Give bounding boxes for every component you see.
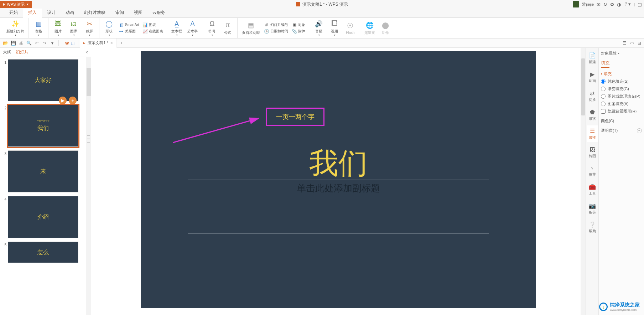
fill-solid-option[interactable]: 纯色填充(S)	[601, 79, 642, 84]
qat-right-window-icon[interactable]: ▭	[630, 41, 634, 46]
outline-tab[interactable]: 大纲	[3, 49, 11, 55]
canvas-scroll-handle[interactable]	[581, 58, 585, 115]
fill-solid-radio[interactable]	[601, 79, 606, 84]
slide-thumbnail-4[interactable]: 介绍	[8, 196, 78, 238]
slide-thumbnail-1[interactable]: 大家好 ▶ ＋	[8, 59, 78, 101]
qat-right-list-icon[interactable]: ☰	[623, 41, 627, 46]
rsb-tools[interactable]: 🧰工具	[587, 181, 598, 198]
user-avatar[interactable]	[573, 1, 579, 7]
fill-pattern-option[interactable]: 图案填充(A)	[601, 101, 642, 107]
props-title-dropdown-icon[interactable]: ▾	[618, 52, 619, 55]
slide-title-text[interactable]: 我们	[309, 144, 368, 183]
symbol-button[interactable]: Ω符号▾	[205, 19, 219, 37]
qat-undo-icon[interactable]: ↶	[33, 40, 40, 46]
menu-tab-cloud[interactable]: 云服务	[147, 8, 170, 17]
rsb-help[interactable]: ❔帮助	[587, 219, 598, 236]
message-icon[interactable]: ✉	[597, 2, 601, 7]
fill-picture-radio[interactable]	[601, 94, 606, 99]
slide-canvas[interactable]: 一页一两个字 我们 单击此处添加副标题	[141, 51, 536, 308]
menu-tab-design[interactable]: 设计	[42, 8, 61, 17]
audio-button[interactable]: 🔊音频▾	[312, 19, 326, 37]
canvas-scrollbar[interactable]	[581, 48, 586, 315]
slide-thumbnail-3[interactable]: 来	[8, 150, 78, 192]
slide-panel-close-icon[interactable]: ×	[85, 50, 88, 55]
props-fill-tab[interactable]: 填充	[601, 60, 609, 68]
maximize-icon[interactable]: ▢	[638, 2, 642, 7]
datetime-button[interactable]: 🕒日期和时间	[263, 29, 289, 34]
fill-gradient-radio[interactable]	[601, 87, 606, 91]
chart-button[interactable]: 📊图表	[142, 22, 164, 28]
menu-tab-review[interactable]: 审阅	[110, 8, 129, 17]
qat-more-icon[interactable]: ▾	[49, 40, 56, 46]
equation-button[interactable]: π公式	[221, 20, 234, 36]
skin-icon[interactable]: ◑	[617, 2, 621, 7]
doc-tab-close-icon[interactable]: ×	[110, 41, 113, 46]
menu-tab-start[interactable]: 开始	[4, 8, 23, 17]
qat-redo-icon[interactable]: ↷	[41, 40, 48, 46]
fill-gradient-option[interactable]: 渐变填充(G)	[601, 86, 642, 92]
help-dropdown-icon[interactable]: ？▾	[624, 1, 631, 7]
online-chart-button[interactable]: 📈在线图表	[142, 29, 164, 34]
menu-tab-animation[interactable]: 动画	[61, 8, 79, 17]
video-button[interactable]: 🎞视频▾	[328, 19, 341, 37]
action-button[interactable]: ⬤动作	[379, 20, 392, 36]
menu-tab-slideshow[interactable]: 幻灯片放映	[79, 8, 110, 17]
slides-tab[interactable]: 幻灯片	[16, 49, 28, 55]
wps-home-tab[interactable]: W⬚	[62, 38, 78, 48]
new-tab-button[interactable]: ＋	[118, 40, 125, 46]
rsb-upload[interactable]: 🖼传图	[587, 144, 598, 161]
hyperlink-button[interactable]: 🌐超链接	[363, 20, 376, 36]
rsb-properties[interactable]: ☰属性	[587, 125, 598, 142]
rsb-new[interactable]: 📄新建	[587, 50, 598, 67]
rsb-backup[interactable]: 📷备份	[587, 200, 598, 217]
screenshot-button[interactable]: ✂截屏▾	[83, 19, 96, 37]
slide-thumbnail-2[interactable]: 一页一两个字 我们	[8, 105, 78, 147]
flash-button[interactable]: ⦿Flash	[343, 21, 357, 35]
thumb-play-button[interactable]: ▶	[59, 97, 67, 104]
attachment-button[interactable]: 📎附件	[291, 29, 306, 34]
qat-save-icon[interactable]: 💾	[10, 40, 16, 46]
thumb-add-button[interactable]: ＋	[69, 97, 77, 104]
relation-button[interactable]: ⊶关系图	[118, 29, 140, 34]
sync-icon[interactable]: ↻	[603, 2, 607, 7]
settings-icon[interactable]: ✿	[610, 2, 614, 7]
slide-number-button[interactable]: #幻灯片编号	[263, 22, 289, 28]
rsb-animation[interactable]: ▶动画	[587, 69, 598, 86]
rsb-shape[interactable]: ⬟形状	[587, 107, 598, 123]
menu-tab-insert[interactable]: 插入	[23, 7, 42, 18]
subtitle-placeholder-box[interactable]: 单击此处添加副标题	[188, 180, 489, 234]
flash-label: Flash	[346, 31, 354, 35]
slide-thumbnail-5[interactable]: 怎么	[8, 242, 78, 263]
qat-open-icon[interactable]: 📂	[2, 40, 9, 46]
header-footer-button[interactable]: ▤页眉和页脚	[240, 20, 261, 36]
fill-pattern-radio[interactable]	[601, 102, 606, 106]
qat-print-icon[interactable]: 🖨	[18, 40, 24, 46]
fill-hidebg-checkbox[interactable]	[601, 109, 606, 114]
props-fill-section-head[interactable]: ▾ 填充	[601, 71, 642, 77]
app-logo[interactable]: P WPS 演示 ▼	[0, 1, 32, 8]
gallery-button[interactable]: 🗂图库▾	[67, 19, 80, 37]
textbox-button[interactable]: A̲文本框▾	[170, 19, 183, 37]
shapes-button[interactable]: ◯形状▾	[102, 19, 116, 37]
object-button[interactable]: ▣对象	[291, 22, 306, 28]
wordart-button[interactable]: A艺术字▾	[186, 19, 199, 37]
table-button[interactable]: ▦表格▾	[32, 19, 45, 37]
qat-right-close-icon[interactable]: ⊟	[638, 41, 641, 46]
rsb-recommend[interactable]: ♀推荐	[587, 163, 598, 179]
thumbnail-list[interactable]: 1 大家好 ▶ ＋ 2 一页一两个字 我们 3 来	[0, 57, 91, 315]
qat-preview-icon[interactable]: 🔍	[26, 40, 32, 46]
user-name[interactable]: 雅jiejie	[582, 2, 594, 7]
rsb-transition[interactable]: ⇄切换	[587, 88, 598, 104]
picture-button[interactable]: 🖼图片▾	[51, 19, 65, 37]
smartart-button[interactable]: ◧SmartArt	[118, 22, 140, 28]
opacity-decrease-button[interactable]: −	[637, 128, 642, 133]
menu-tab-view[interactable]: 视图	[129, 8, 147, 17]
thumb-scrollbar[interactable]	[86, 57, 91, 315]
fill-hidebg-option[interactable]: 隐藏背景图形(H)	[601, 109, 642, 114]
properties-icon: ☰	[590, 128, 595, 134]
new-slide-button[interactable]: ✨ 新建幻灯片▾	[5, 19, 26, 37]
thumb-scroll-handle[interactable]	[87, 68, 91, 96]
document-tab[interactable]: ▸ 演示文稿1 * ×	[80, 38, 116, 48]
fill-picture-option[interactable]: 图片或纹理填充(P)	[601, 94, 642, 99]
thumb-scroll-grip[interactable]	[87, 135, 90, 143]
